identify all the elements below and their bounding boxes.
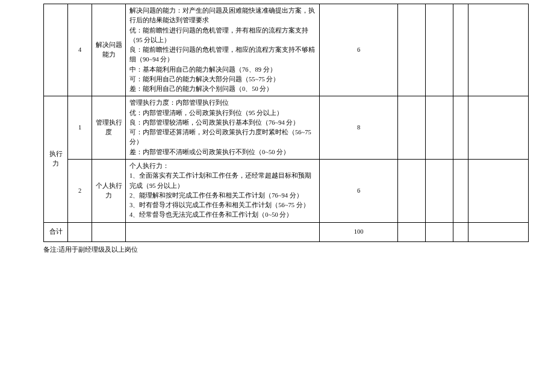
blank-cell xyxy=(453,222,468,241)
desc-cell: 个人执行力：1、全面落实有关工作计划和工作任务，还经常超越目标和预期完成（95 … xyxy=(126,159,320,222)
blank-cell xyxy=(426,96,453,160)
table-row-total: 合计 100 xyxy=(44,222,529,241)
desc-cell: 解决问题的能力：对产生的问题及困难能快速准确提出方案，执行后的结果能达到管理要求… xyxy=(126,4,320,96)
item-cell: 解决问题能力 xyxy=(92,4,126,96)
evaluation-table: 4 解决问题能力 解决问题的能力：对产生的问题及困难能快速准确提出方案，执行后的… xyxy=(43,4,529,242)
blank-cell xyxy=(398,96,426,160)
blank-cell xyxy=(398,222,426,241)
item-cell: 管理执行度 xyxy=(92,96,126,160)
footnote: 备注:适用于副经理级及以上岗位 xyxy=(43,246,530,254)
total-label: 合计 xyxy=(44,222,68,241)
blank-cell xyxy=(468,96,529,160)
table-row: 4 解决问题能力 解决问题的能力：对产生的问题及困难能快速准确提出方案，执行后的… xyxy=(44,4,529,96)
blank-cell xyxy=(398,159,426,222)
blank-cell xyxy=(426,159,453,222)
idx-cell: 2 xyxy=(68,159,92,222)
table-row: 执行力 1 管理执行度 管理执行力度：内部管理执行到位优：内部管理清晰，公司政策… xyxy=(44,96,529,160)
blank-cell xyxy=(468,4,529,96)
idx-cell: 1 xyxy=(68,96,92,160)
blank-cell xyxy=(426,4,453,96)
total-value: 100 xyxy=(320,222,398,241)
idx-cell: 4 xyxy=(68,4,92,96)
category-cell: 执行力 xyxy=(44,96,68,222)
blank-cell xyxy=(398,4,426,96)
blank-cell xyxy=(426,222,453,241)
desc-cell: 管理执行力度：内部管理执行到位优：内部管理清晰，公司政策执行到位（95 分以上）… xyxy=(126,96,320,160)
blank-cell xyxy=(453,96,468,160)
item-cell: 个人执行力 xyxy=(92,159,126,222)
table-row: 2 个人执行力 个人执行力：1、全面落实有关工作计划和工作任务，还经常超越目标和… xyxy=(44,159,529,222)
blank-cell xyxy=(126,222,320,241)
blank-cell xyxy=(453,159,468,222)
blank-cell xyxy=(92,222,126,241)
blank-cell xyxy=(468,222,529,241)
blank-cell xyxy=(453,4,468,96)
category-cell xyxy=(44,4,68,96)
score-cell: 8 xyxy=(320,96,398,160)
score-cell: 6 xyxy=(320,159,398,222)
blank-cell xyxy=(468,159,529,222)
blank-cell xyxy=(68,222,92,241)
score-cell: 6 xyxy=(320,4,398,96)
